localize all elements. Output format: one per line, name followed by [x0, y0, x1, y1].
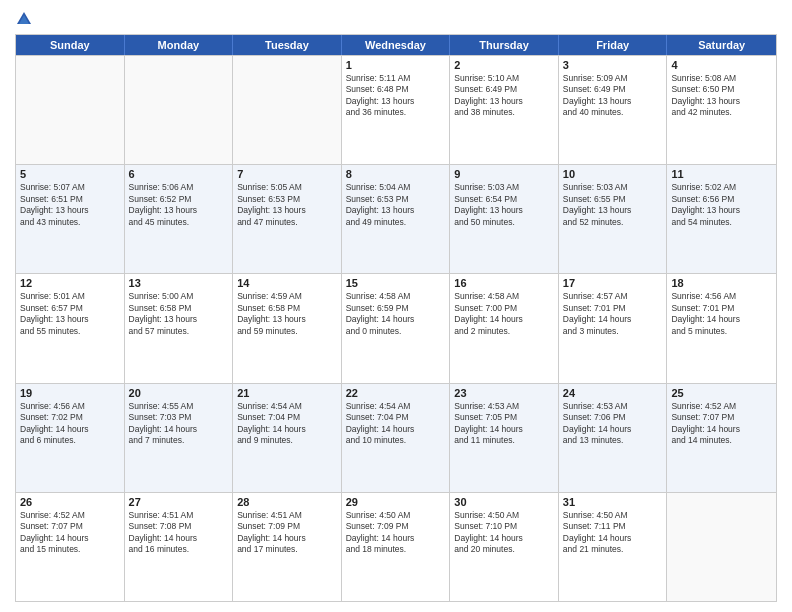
day-cell-4: 4Sunrise: 5:08 AM Sunset: 6:50 PM Daylig…: [667, 56, 776, 164]
logo-icon: [15, 10, 33, 28]
day-info: Sunrise: 4:57 AM Sunset: 7:01 PM Dayligh…: [563, 291, 663, 337]
day-cell-15: 15Sunrise: 4:58 AM Sunset: 6:59 PM Dayli…: [342, 274, 451, 382]
day-cell-6: 6Sunrise: 5:06 AM Sunset: 6:52 PM Daylig…: [125, 165, 234, 273]
day-number: 10: [563, 168, 663, 180]
day-info: Sunrise: 5:07 AM Sunset: 6:51 PM Dayligh…: [20, 182, 120, 228]
day-number: 19: [20, 387, 120, 399]
day-cell-8: 8Sunrise: 5:04 AM Sunset: 6:53 PM Daylig…: [342, 165, 451, 273]
day-info: Sunrise: 4:50 AM Sunset: 7:10 PM Dayligh…: [454, 510, 554, 556]
day-info: Sunrise: 4:51 AM Sunset: 7:08 PM Dayligh…: [129, 510, 229, 556]
day-cell-31: 31Sunrise: 4:50 AM Sunset: 7:11 PM Dayli…: [559, 493, 668, 601]
day-info: Sunrise: 4:59 AM Sunset: 6:58 PM Dayligh…: [237, 291, 337, 337]
day-number: 5: [20, 168, 120, 180]
calendar-body: 1Sunrise: 5:11 AM Sunset: 6:48 PM Daylig…: [16, 55, 776, 601]
day-info: Sunrise: 4:58 AM Sunset: 6:59 PM Dayligh…: [346, 291, 446, 337]
day-cell-2: 2Sunrise: 5:10 AM Sunset: 6:49 PM Daylig…: [450, 56, 559, 164]
day-cell-18: 18Sunrise: 4:56 AM Sunset: 7:01 PM Dayli…: [667, 274, 776, 382]
day-info: Sunrise: 5:03 AM Sunset: 6:54 PM Dayligh…: [454, 182, 554, 228]
day-info: Sunrise: 5:02 AM Sunset: 6:56 PM Dayligh…: [671, 182, 772, 228]
day-number: 28: [237, 496, 337, 508]
day-number: 27: [129, 496, 229, 508]
day-info: Sunrise: 5:10 AM Sunset: 6:49 PM Dayligh…: [454, 73, 554, 119]
day-cell-12: 12Sunrise: 5:01 AM Sunset: 6:57 PM Dayli…: [16, 274, 125, 382]
day-number: 20: [129, 387, 229, 399]
header-day-sunday: Sunday: [16, 35, 125, 55]
day-number: 22: [346, 387, 446, 399]
day-info: Sunrise: 4:51 AM Sunset: 7:09 PM Dayligh…: [237, 510, 337, 556]
day-number: 6: [129, 168, 229, 180]
day-info: Sunrise: 5:00 AM Sunset: 6:58 PM Dayligh…: [129, 291, 229, 337]
header: [15, 10, 777, 28]
day-cell-25: 25Sunrise: 4:52 AM Sunset: 7:07 PM Dayli…: [667, 384, 776, 492]
day-number: 7: [237, 168, 337, 180]
calendar-row-1: 5Sunrise: 5:07 AM Sunset: 6:51 PM Daylig…: [16, 164, 776, 273]
header-day-tuesday: Tuesday: [233, 35, 342, 55]
day-info: Sunrise: 5:04 AM Sunset: 6:53 PM Dayligh…: [346, 182, 446, 228]
day-cell-17: 17Sunrise: 4:57 AM Sunset: 7:01 PM Dayli…: [559, 274, 668, 382]
empty-cell: [233, 56, 342, 164]
day-info: Sunrise: 4:54 AM Sunset: 7:04 PM Dayligh…: [346, 401, 446, 447]
calendar-row-0: 1Sunrise: 5:11 AM Sunset: 6:48 PM Daylig…: [16, 55, 776, 164]
day-number: 8: [346, 168, 446, 180]
day-cell-16: 16Sunrise: 4:58 AM Sunset: 7:00 PM Dayli…: [450, 274, 559, 382]
day-info: Sunrise: 4:55 AM Sunset: 7:03 PM Dayligh…: [129, 401, 229, 447]
day-cell-24: 24Sunrise: 4:53 AM Sunset: 7:06 PM Dayli…: [559, 384, 668, 492]
day-cell-27: 27Sunrise: 4:51 AM Sunset: 7:08 PM Dayli…: [125, 493, 234, 601]
day-number: 4: [671, 59, 772, 71]
header-day-saturday: Saturday: [667, 35, 776, 55]
day-cell-14: 14Sunrise: 4:59 AM Sunset: 6:58 PM Dayli…: [233, 274, 342, 382]
day-number: 13: [129, 277, 229, 289]
day-info: Sunrise: 4:54 AM Sunset: 7:04 PM Dayligh…: [237, 401, 337, 447]
day-number: 18: [671, 277, 772, 289]
day-cell-9: 9Sunrise: 5:03 AM Sunset: 6:54 PM Daylig…: [450, 165, 559, 273]
day-cell-11: 11Sunrise: 5:02 AM Sunset: 6:56 PM Dayli…: [667, 165, 776, 273]
day-info: Sunrise: 4:52 AM Sunset: 7:07 PM Dayligh…: [20, 510, 120, 556]
day-number: 24: [563, 387, 663, 399]
day-cell-29: 29Sunrise: 4:50 AM Sunset: 7:09 PM Dayli…: [342, 493, 451, 601]
day-cell-1: 1Sunrise: 5:11 AM Sunset: 6:48 PM Daylig…: [342, 56, 451, 164]
day-number: 25: [671, 387, 772, 399]
calendar-row-4: 26Sunrise: 4:52 AM Sunset: 7:07 PM Dayli…: [16, 492, 776, 601]
day-cell-20: 20Sunrise: 4:55 AM Sunset: 7:03 PM Dayli…: [125, 384, 234, 492]
day-cell-7: 7Sunrise: 5:05 AM Sunset: 6:53 PM Daylig…: [233, 165, 342, 273]
day-info: Sunrise: 4:58 AM Sunset: 7:00 PM Dayligh…: [454, 291, 554, 337]
day-info: Sunrise: 4:53 AM Sunset: 7:05 PM Dayligh…: [454, 401, 554, 447]
day-cell-30: 30Sunrise: 4:50 AM Sunset: 7:10 PM Dayli…: [450, 493, 559, 601]
day-info: Sunrise: 5:06 AM Sunset: 6:52 PM Dayligh…: [129, 182, 229, 228]
empty-cell: [125, 56, 234, 164]
page: SundayMondayTuesdayWednesdayThursdayFrid…: [0, 0, 792, 612]
calendar: SundayMondayTuesdayWednesdayThursdayFrid…: [15, 34, 777, 602]
day-number: 9: [454, 168, 554, 180]
day-info: Sunrise: 4:50 AM Sunset: 7:11 PM Dayligh…: [563, 510, 663, 556]
day-info: Sunrise: 4:56 AM Sunset: 7:01 PM Dayligh…: [671, 291, 772, 337]
header-day-wednesday: Wednesday: [342, 35, 451, 55]
day-number: 30: [454, 496, 554, 508]
day-info: Sunrise: 5:05 AM Sunset: 6:53 PM Dayligh…: [237, 182, 337, 228]
day-number: 26: [20, 496, 120, 508]
calendar-header: SundayMondayTuesdayWednesdayThursdayFrid…: [16, 35, 776, 55]
day-number: 14: [237, 277, 337, 289]
day-cell-3: 3Sunrise: 5:09 AM Sunset: 6:49 PM Daylig…: [559, 56, 668, 164]
day-info: Sunrise: 5:01 AM Sunset: 6:57 PM Dayligh…: [20, 291, 120, 337]
day-cell-28: 28Sunrise: 4:51 AM Sunset: 7:09 PM Dayli…: [233, 493, 342, 601]
day-cell-21: 21Sunrise: 4:54 AM Sunset: 7:04 PM Dayli…: [233, 384, 342, 492]
day-number: 17: [563, 277, 663, 289]
day-number: 29: [346, 496, 446, 508]
day-info: Sunrise: 5:08 AM Sunset: 6:50 PM Dayligh…: [671, 73, 772, 119]
header-day-monday: Monday: [125, 35, 234, 55]
day-number: 23: [454, 387, 554, 399]
day-number: 11: [671, 168, 772, 180]
day-cell-23: 23Sunrise: 4:53 AM Sunset: 7:05 PM Dayli…: [450, 384, 559, 492]
day-info: Sunrise: 5:09 AM Sunset: 6:49 PM Dayligh…: [563, 73, 663, 119]
header-day-thursday: Thursday: [450, 35, 559, 55]
day-number: 1: [346, 59, 446, 71]
day-info: Sunrise: 5:03 AM Sunset: 6:55 PM Dayligh…: [563, 182, 663, 228]
day-number: 3: [563, 59, 663, 71]
day-cell-10: 10Sunrise: 5:03 AM Sunset: 6:55 PM Dayli…: [559, 165, 668, 273]
day-info: Sunrise: 4:50 AM Sunset: 7:09 PM Dayligh…: [346, 510, 446, 556]
calendar-row-2: 12Sunrise: 5:01 AM Sunset: 6:57 PM Dayli…: [16, 273, 776, 382]
day-cell-5: 5Sunrise: 5:07 AM Sunset: 6:51 PM Daylig…: [16, 165, 125, 273]
day-info: Sunrise: 5:11 AM Sunset: 6:48 PM Dayligh…: [346, 73, 446, 119]
day-number: 31: [563, 496, 663, 508]
logo: [15, 10, 35, 28]
